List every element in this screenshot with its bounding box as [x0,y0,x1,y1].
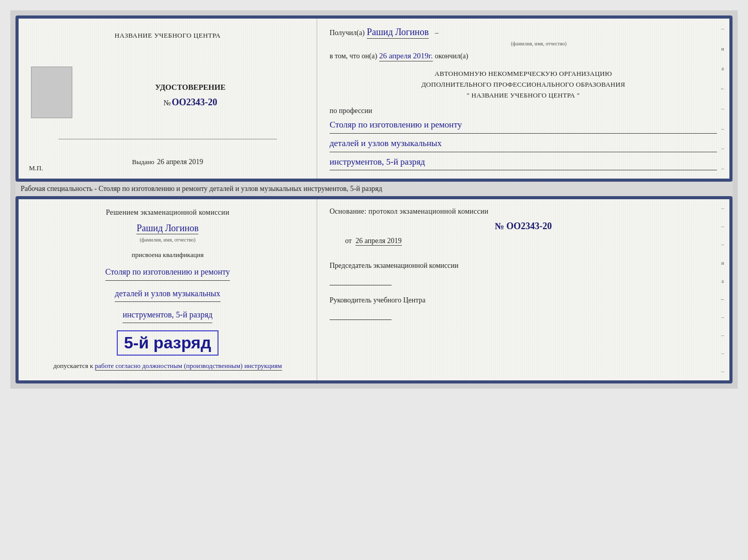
org-block: АВТОНОМНУЮ НЕКОММЕРЧЕСКУЮ ОРГАНИЗАЦИЮ ДО… [330,69,717,101]
page-wrapper: НАЗВАНИЕ УЧЕБНОГО ЦЕНТРА УДОСТОВЕРЕНИЕ №… [10,10,738,389]
profession-line1: Столяр по изготовлению и ремонту [330,117,717,134]
big-rank-label: 5-й разряд [117,330,219,356]
specialty-text-content: Рабочая специальность - Столяр по изгото… [21,185,382,193]
profession-line3: инструментов, 5-й разряд [330,154,717,171]
okonchil: окончил(а) [435,52,469,60]
right-edge-top: – и а ← – – – – [718,19,727,179]
dopuskaetsya-label: допускается к [53,362,93,370]
certificate-number: OO2343-20 [172,97,217,108]
vtom-line: в том, что он(а) 26 апреля 2019г. окончи… [330,52,717,61]
certificate-number-prefix: № [163,99,170,107]
qualification-line2: деталей и узлов музыкальных [115,286,220,302]
recipient-name: Рашид Логинов [367,27,429,39]
mp-label: М.П. [29,164,43,172]
issued-date: 26 апреля 2019 [157,158,203,166]
predsedatel-signature [330,275,392,285]
recipient-line: Получил(а) Рашид Логинов – [330,27,717,39]
from-prefix: от [345,237,352,245]
org-line1: АВТОНОМНУЮ НЕКОММЕРЧЕСКУЮ ОРГАНИЗАЦИЮ [330,69,717,79]
photo-placeholder [31,67,72,118]
fio-subtitle-top: (фамилия, имя, отчество) [361,41,717,46]
prisvoena-text: присвоена квалификация [132,251,204,259]
recipient-prefix: Получил(а) [330,29,365,37]
org-line3: " НАЗВАНИЕ УЧЕБНОГО ЦЕНТРА " [330,90,717,101]
bottom-left-panel: Решением экзаменационной комиссии Рашид … [19,199,317,380]
osnovanie-text: Основание: протокол экзаменационной коми… [330,207,717,216]
protocol-number-value: OO2343-20 [506,221,552,231]
issued-line: Выдано 26 апреля 2019 [132,158,204,166]
top-right-panel: Получил(а) Рашид Логинов – (фамилия, имя… [317,19,729,179]
predsedatel-label: Председатель экзаменационной комиссии [330,262,459,269]
right-edge-bottom: – – – и а ← – – – – [718,199,727,380]
bottom-person-name: Рашид Логинов [136,223,198,234]
dopuskaetsya-line: допускается к работе согласно должностны… [53,362,282,370]
fio-subtitle-bottom: (фамилия, имя, отчество) [140,237,196,243]
vtom-date: 26 апреля 2019г. [379,52,433,61]
top-document-card: НАЗВАНИЕ УЧЕБНОГО ЦЕНТРА УДОСТОВЕРЕНИЕ №… [15,15,733,182]
profession-line2: деталей и узлов музыкальных [330,136,717,152]
certificate-title: УДОСТОВЕРЕНИЕ [155,83,226,92]
number-prefix: № [495,221,504,231]
org-line2: ДОПОЛНИТЕЛЬНОГО ПРОФЕССИОНАЛЬНОГО ОБРАЗО… [330,79,717,90]
rukovoditel-signature [330,310,392,320]
from-date-line: от 26 апреля 2019 [345,237,717,254]
protocol-number: № OO2343-20 [330,221,717,232]
bottom-document-card: Решением экзаменационной комиссии Рашид … [15,196,733,383]
predsedatel-block: Председатель экзаменационной комиссии [330,260,717,285]
bottom-right-panel: Основание: протокол экзаменационной коми… [317,199,729,380]
qualification-line3: инструментов, 5-й разряд [122,307,212,323]
from-date-value: 26 апреля 2019 [355,237,401,246]
top-institution-name: НАЗВАНИЕ УЧЕБНОГО ЦЕНТРА [115,31,221,40]
specialty-label: Рабочая специальность - Столяр по изгото… [15,182,733,196]
vtom-prefix: в том, что он(а) [330,52,377,60]
dash1: – [435,29,439,37]
issued-label: Выдано [132,158,154,166]
resheniem-text: Решением экзаменационной комиссии [106,209,229,217]
top-left-panel: НАЗВАНИЕ УЧЕБНОГО ЦЕНТРА УДОСТОВЕРЕНИЕ №… [19,19,317,179]
work-type: работе согласно должностным (производств… [95,362,282,371]
rukovoditel-label: Руководитель учебного Центра [330,296,426,304]
rukovoditel-block: Руководитель учебного Центра [330,295,717,320]
qualification-line1: Столяр по изготовлению и ремонту [105,264,230,280]
po-professii: по профессии [330,107,717,115]
